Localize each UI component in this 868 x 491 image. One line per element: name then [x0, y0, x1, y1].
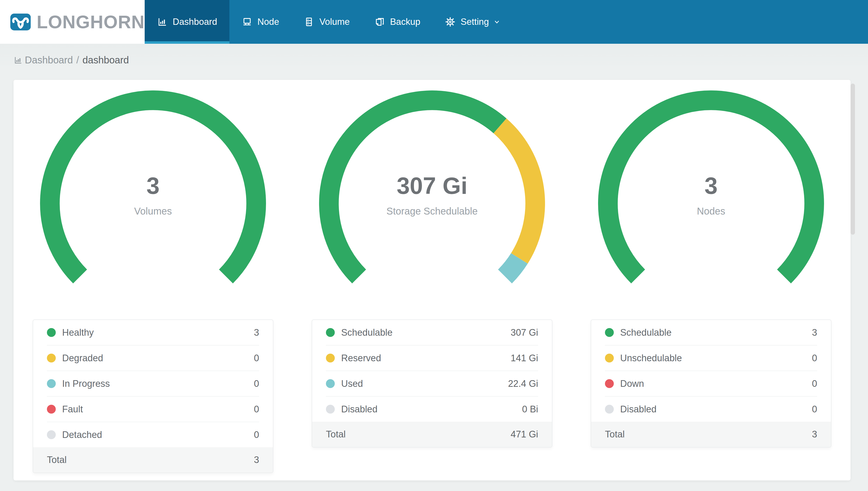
status-dot — [47, 430, 56, 439]
tab-volume[interactable]: Volume — [291, 0, 362, 44]
nodes-gauge: 3 Nodes — [598, 90, 824, 287]
legend-label: Detached — [62, 430, 102, 440]
storage-donut-chart — [319, 90, 545, 287]
nav-tabs: Dashboard Node Volume Backup — [145, 0, 514, 44]
tab-label: Volume — [319, 17, 349, 27]
legend-label: Schedulable — [620, 327, 672, 338]
legend-label: Healthy — [62, 327, 94, 338]
legend-label: Down — [620, 378, 644, 389]
legend-row-fault: Fault0 — [33, 397, 273, 422]
breadcrumb-separator: / — [76, 55, 79, 66]
legend-row-degraded: Degraded0 — [33, 346, 273, 371]
gauge-segment-healthy — [50, 100, 256, 277]
legend-row-in-progress: In Progress0 — [33, 371, 273, 396]
total-value: 3 — [812, 429, 817, 440]
tab-label: Setting — [461, 17, 489, 27]
gauge-segment-schedulable — [608, 100, 814, 277]
tab-label: Backup — [390, 17, 420, 27]
gauge-segment-schedulable — [329, 100, 500, 277]
tab-label: Dashboard — [173, 17, 217, 27]
legend-value: 0 — [812, 404, 817, 414]
brand[interactable]: LONGHORN — [0, 0, 145, 44]
top-navbar: LONGHORN Dashboard Node Volume — [0, 0, 868, 44]
volumes-section: 3 Volumes Healthy3Degraded0In Progress0F… — [13, 80, 292, 473]
scrollbar-thumb[interactable] — [850, 84, 855, 235]
breadcrumb-root[interactable]: Dashboard — [25, 55, 73, 66]
storage-section: 307 Gi Storage Schedulable Schedulable30… — [292, 80, 571, 473]
legend-total-row: Total471 Gi — [312, 422, 552, 447]
legend-value: 307 Gi — [510, 327, 538, 338]
legend-value: 0 — [254, 430, 259, 440]
volume-icon — [304, 17, 314, 27]
node-icon — [242, 17, 252, 27]
breadcrumb: Dashboard / dashboard — [13, 55, 855, 66]
dashboard-icon — [157, 17, 168, 27]
legend-row-reserved: Reserved141 Gi — [312, 346, 552, 371]
backup-icon — [374, 17, 385, 27]
status-dot — [605, 328, 614, 337]
status-dot — [605, 354, 614, 363]
status-dot — [47, 405, 56, 413]
gauge-segment-used — [505, 258, 520, 277]
status-dot — [326, 405, 335, 413]
legend-row-schedulable: Schedulable307 Gi — [312, 320, 552, 345]
legend-label: Fault — [62, 404, 83, 414]
total-label: Total — [326, 429, 346, 440]
tab-node[interactable]: Node — [229, 0, 291, 44]
gauge-segment-reserved — [500, 126, 535, 258]
legend-label: Used — [341, 378, 363, 389]
tab-label: Node — [257, 17, 279, 27]
legend-value: 22.4 Gi — [508, 378, 538, 389]
legend-value: 0 — [254, 353, 259, 364]
tab-backup[interactable]: Backup — [362, 0, 433, 44]
legend-label: Disabled — [341, 404, 377, 414]
longhorn-logo-icon — [10, 9, 31, 35]
legend-row-unschedulable: Unschedulable0 — [591, 346, 831, 371]
chart-icon — [13, 56, 23, 65]
legend-label: Degraded — [62, 353, 103, 364]
total-value: 471 Gi — [510, 429, 538, 440]
legend-total-row: Total3 — [33, 447, 273, 472]
legend-label: Disabled — [620, 404, 656, 414]
tab-dashboard[interactable]: Dashboard — [145, 0, 229, 44]
legend-value: 0 — [812, 353, 817, 364]
gear-icon — [445, 17, 456, 27]
legend-value: 0 — [254, 378, 259, 389]
status-dot — [47, 328, 56, 337]
status-dot — [326, 328, 335, 337]
storage-legend-table: Schedulable307 GiReserved141 GiUsed22.4 … — [312, 319, 552, 447]
volumes-legend-table: Healthy3Degraded0In Progress0Fault0Detac… — [33, 319, 273, 473]
legend-label: Schedulable — [341, 327, 393, 338]
legend-value: 3 — [254, 327, 259, 338]
legend-label: Reserved — [341, 353, 381, 364]
legend-row-disabled: Disabled0 Bi — [312, 397, 552, 422]
status-dot — [47, 379, 56, 388]
status-dot — [605, 379, 614, 388]
status-dot — [326, 379, 335, 388]
total-label: Total — [47, 455, 67, 465]
legend-row-healthy: Healthy3 — [33, 320, 273, 345]
breadcrumb-current: dashboard — [83, 55, 129, 66]
legend-value: 3 — [812, 327, 817, 338]
legend-row-schedulable: Schedulable3 — [591, 320, 831, 345]
legend-row-disabled: Disabled0 — [591, 397, 831, 422]
legend-row-detached: Detached0 — [33, 422, 273, 447]
volumes-donut-chart — [40, 90, 266, 287]
legend-label: In Progress — [62, 378, 110, 389]
nodes-legend-table: Schedulable3Unschedulable0Down0Disabled0… — [591, 319, 831, 447]
dashboard-card: 3 Volumes Healthy3Degraded0In Progress0F… — [13, 80, 850, 481]
legend-row-used: Used22.4 Gi — [312, 371, 552, 396]
status-dot — [326, 354, 335, 363]
legend-row-down: Down0 — [591, 371, 831, 396]
legend-value: 0 Bi — [522, 404, 538, 414]
nodes-section: 3 Nodes Schedulable3Unschedulable0Down0D… — [571, 80, 850, 473]
storage-gauge: 307 Gi Storage Schedulable — [319, 90, 545, 287]
status-dot — [605, 405, 614, 413]
total-value: 3 — [254, 455, 259, 465]
tab-setting[interactable]: Setting — [433, 0, 513, 44]
total-label: Total — [605, 429, 625, 440]
brand-name: LONGHORN — [37, 11, 145, 32]
legend-value: 141 Gi — [510, 353, 538, 364]
volumes-gauge: 3 Volumes — [40, 90, 266, 287]
legend-total-row: Total3 — [591, 422, 831, 447]
